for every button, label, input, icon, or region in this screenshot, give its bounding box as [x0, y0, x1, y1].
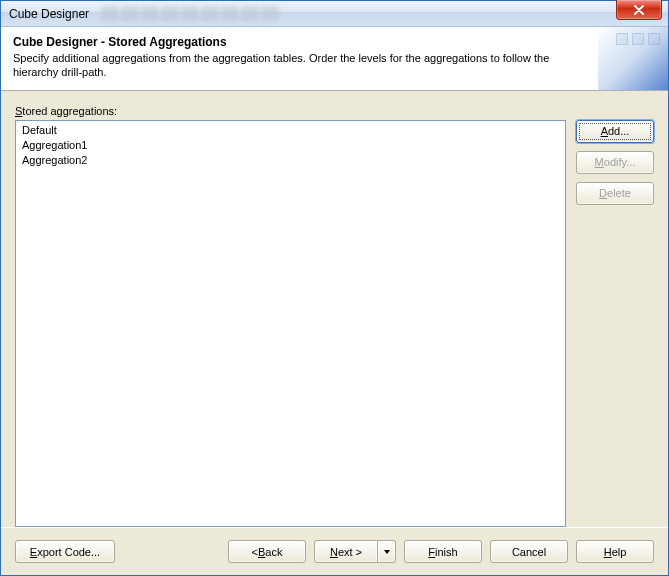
- close-icon: [633, 5, 645, 15]
- help-button[interactable]: Help: [576, 540, 654, 563]
- titlebar-toolbar: [101, 6, 279, 22]
- stored-aggregations-list[interactable]: DefaultAggregation1Aggregation2: [15, 120, 566, 527]
- list-row: DefaultAggregation1Aggregation2 Add... M…: [15, 120, 654, 527]
- titlebar: Cube Designer: [1, 1, 668, 27]
- next-button[interactable]: Next >: [314, 540, 378, 563]
- delete-button[interactable]: Delete: [576, 182, 654, 205]
- list-item[interactable]: Default: [20, 123, 561, 138]
- page-subtitle: Specify additional aggregations from the…: [13, 51, 573, 80]
- cancel-button[interactable]: Cancel: [490, 540, 568, 563]
- dialog-window: Cube Designer Cube Designer - Stored Agg…: [0, 0, 669, 576]
- chevron-down-icon: [384, 550, 390, 554]
- page-title: Cube Designer - Stored Aggregations: [13, 35, 656, 49]
- header-ghost-buttons: [616, 33, 660, 45]
- list-item[interactable]: Aggregation1: [20, 138, 561, 153]
- finish-button[interactable]: Finish: [404, 540, 482, 563]
- footer: Export Code... < Back Next > Finish Canc…: [1, 527, 668, 575]
- body: Stored aggregations: DefaultAggregation1…: [1, 91, 668, 527]
- next-dropdown-button[interactable]: [378, 540, 396, 563]
- window-title: Cube Designer: [9, 7, 89, 21]
- next-split-button: Next >: [314, 540, 396, 563]
- window-controls: [616, 0, 662, 20]
- header-panel: Cube Designer - Stored Aggregations Spec…: [1, 27, 668, 91]
- close-button[interactable]: [616, 0, 662, 20]
- export-code-button[interactable]: Export Code...: [15, 540, 115, 563]
- modify-button[interactable]: Modify...: [576, 151, 654, 174]
- list-item[interactable]: Aggregation2: [20, 153, 561, 168]
- add-button[interactable]: Add...: [576, 120, 654, 143]
- side-buttons: Add... Modify... Delete: [576, 120, 654, 527]
- back-button[interactable]: < Back: [228, 540, 306, 563]
- stored-aggregations-label: Stored aggregations:: [15, 105, 654, 117]
